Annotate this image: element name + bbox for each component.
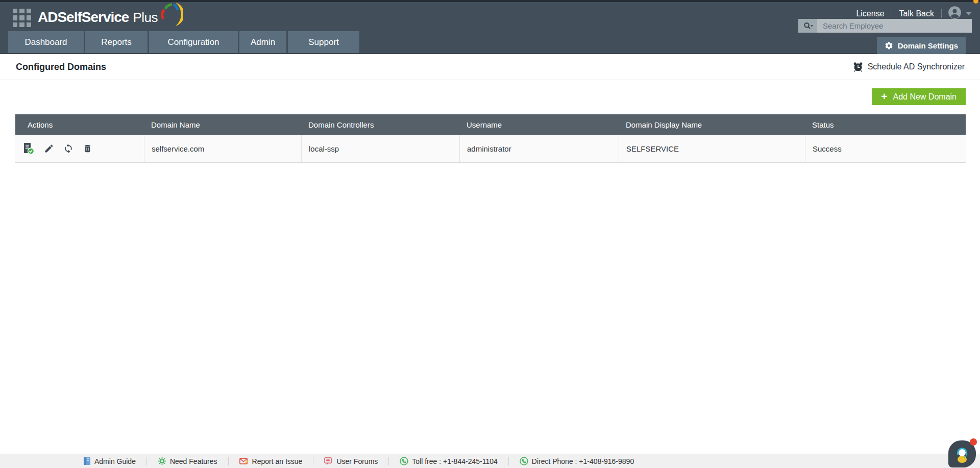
direct-phone-label: Direct Phone : +1-408-916-9890	[532, 457, 634, 465]
direct-phone-number[interactable]: Direct Phone : +1-408-916-9890	[509, 457, 645, 465]
tab-reports[interactable]: Reports	[85, 31, 148, 53]
manageengine-arc-icon	[157, 1, 183, 30]
report-issue-label: Report an Issue	[252, 457, 303, 465]
book-icon	[83, 457, 91, 465]
report-issue-link[interactable]: Report an Issue	[229, 457, 313, 465]
domain-settings-button[interactable]: Domain Settings	[877, 37, 966, 54]
domain-details-verified-icon[interactable]	[23, 142, 35, 155]
col-actions: Actions	[15, 114, 144, 135]
add-new-domain-button[interactable]: + Add New Domain	[872, 88, 966, 105]
app-grid-icon[interactable]	[13, 9, 31, 27]
divider	[941, 9, 942, 18]
need-features-label: Need Features	[170, 457, 217, 465]
search-input[interactable]	[817, 19, 972, 33]
need-features-link[interactable]: Need Features	[147, 457, 228, 465]
table-toolbar: + Add New Domain	[0, 80, 980, 114]
brand-name-light: Plus	[133, 10, 158, 26]
license-link[interactable]: License	[849, 9, 891, 18]
footer-bar: Admin Guide Need Features Report an Issu…	[0, 454, 980, 468]
user-forums-link[interactable]: User Forums	[313, 457, 388, 465]
main-nav-tabs: Dashboard Reports Configuration Admin Su…	[8, 31, 359, 53]
page-header-bar: Configured Domains Schedule AD Synchroni…	[0, 54, 980, 80]
col-domain-controllers: Domain Controllers	[301, 114, 459, 135]
toll-free-label: Toll free : +1-844-245-1104	[412, 457, 497, 465]
col-domain-name: Domain Name	[144, 114, 301, 135]
schedule-ad-synchronizer-link[interactable]: Schedule AD Synchronizer	[853, 62, 965, 72]
chat-bubble-icon	[324, 457, 333, 465]
sync-icon[interactable]	[63, 143, 74, 154]
envelope-icon	[239, 457, 249, 465]
cell-status: Success	[805, 135, 966, 162]
brand-name-bold: ADSelfService	[38, 9, 129, 26]
phone-icon	[400, 457, 408, 465]
employee-search	[798, 19, 972, 33]
tab-dashboard[interactable]: Dashboard	[8, 31, 84, 53]
talk-back-link[interactable]: Talk Back	[892, 9, 941, 18]
tab-configuration[interactable]: Configuration	[149, 31, 238, 53]
edit-icon[interactable]	[44, 143, 54, 154]
user-forums-label: User Forums	[336, 457, 378, 465]
add-button-label: Add New Domain	[893, 92, 957, 102]
phone-icon	[520, 457, 528, 465]
cell-domain-controllers: local-ssp	[301, 135, 459, 162]
configured-domains-table: Actions Domain Name Domain Controllers U…	[15, 114, 966, 163]
table-header-row: Actions Domain Name Domain Controllers U…	[15, 114, 966, 135]
chat-notification-dot	[970, 438, 977, 446]
tab-support[interactable]: Support	[288, 31, 359, 53]
plus-icon: +	[881, 91, 887, 102]
col-display-name: Domain Display Name	[619, 114, 805, 135]
cell-display-name: SELFSERVICE	[619, 135, 805, 162]
toll-free-number[interactable]: Toll free : +1-844-245-1104	[389, 457, 508, 465]
delete-icon[interactable]	[83, 143, 92, 154]
domain-settings-label: Domain Settings	[898, 41, 958, 50]
search-scope-button[interactable]	[798, 19, 817, 33]
schedule-link-label: Schedule AD Synchronizer	[868, 62, 965, 71]
admin-guide-link[interactable]: Admin Guide	[72, 457, 146, 465]
admin-guide-label: Admin Guide	[94, 457, 136, 465]
cell-domain-name: selfservice.com	[144, 135, 301, 162]
cell-username: administrator	[459, 135, 619, 162]
row-actions	[15, 135, 144, 162]
brand-logo: ADSelfService Plus	[38, 5, 183, 30]
col-username: Username	[459, 114, 619, 135]
alarm-clock-icon	[853, 62, 863, 72]
sparkle-gear-icon	[158, 457, 166, 465]
col-status: Status	[805, 114, 966, 135]
table-row: selfservice.com local-ssp administrator …	[15, 135, 966, 163]
search-icon	[803, 21, 813, 31]
page-title: Configured Domains	[16, 62, 106, 72]
app-header: ADSelfService Plus License Talk Back	[0, 2, 980, 54]
gear-icon	[885, 41, 893, 50]
support-agent-icon	[953, 446, 971, 463]
chevron-down-icon	[966, 12, 972, 15]
tab-admin[interactable]: Admin	[239, 31, 286, 53]
live-chat-button[interactable]	[948, 440, 976, 467]
